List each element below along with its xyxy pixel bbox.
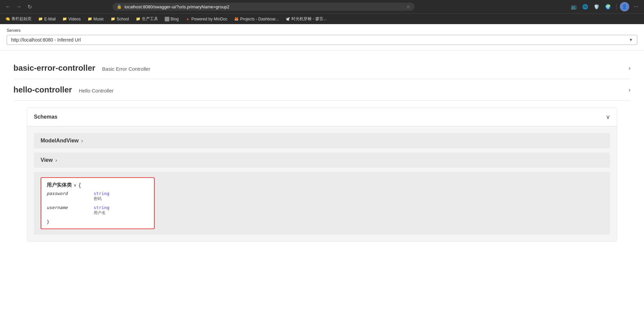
videos-folder-icon: 📁 — [62, 17, 67, 21]
controller-basic-error: basic-error-controller Basic Error Contr… — [13, 57, 631, 79]
browser-actions: 📺 🌐 🛡️ 🌍 👤 ⋯ — [569, 2, 641, 11]
bookmark-timespace-label: 时光机穿梭 - 廖言... — [291, 16, 327, 22]
bookmark-mindoc[interactable]: ● Powered by MinDoc — [183, 16, 230, 22]
address-text: localhost:8080/swagger-ui/?urls.primaryN… — [124, 4, 404, 9]
user-entity-chevron-icon: ∨ — [74, 183, 76, 188]
bookmarks-bar: 🍋 青柠起始页 📁 E-Mail 📁 Videos 📁 Music 📁 Scho… — [0, 13, 644, 24]
bookmark-qingju[interactable]: 🍋 青柠起始页 — [3, 15, 34, 23]
controller-basic-error-header[interactable]: basic-error-controller Basic Error Contr… — [13, 57, 631, 79]
schema-user-entity[interactable]: 用户实体类 ∨ { password string 密码 usernam — [34, 172, 610, 235]
field-username-name: username — [47, 205, 94, 210]
bookmark-email[interactable]: 📁 E-Mail — [36, 16, 58, 22]
timespace-icon: 🕊️ — [285, 17, 290, 21]
star-button[interactable]: ☆ — [406, 4, 411, 9]
schemas-title: Schemas — [34, 114, 57, 120]
extension-button-3[interactable]: 🛡️ — [592, 2, 601, 11]
bookmark-music[interactable]: 📁 Music — [85, 16, 107, 22]
schema-model-and-view-chevron: › — [82, 138, 83, 143]
bookmark-school[interactable]: 📁 School — [108, 16, 132, 22]
schema-view-name: View — [41, 157, 53, 163]
server-select-text: http://localhost:8080 - Inferred Url — [11, 37, 81, 43]
extension-button-1[interactable]: 📺 — [569, 2, 579, 11]
profile-avatar[interactable]: 👤 — [620, 2, 629, 11]
schema-model-and-view[interactable]: ModelAndView › — [34, 133, 610, 148]
projects-icon: 🦊 — [234, 17, 239, 21]
more-menu-button[interactable]: ⋯ — [631, 2, 641, 11]
bookmark-videos[interactable]: 📁 Videos — [60, 16, 83, 22]
schemas-body: ModelAndView › View › 用户实体类 — [27, 126, 617, 241]
nav-buttons: ← → ↻ — [3, 2, 34, 11]
school-folder-icon: 📁 — [111, 17, 115, 21]
user-entity-close-bracket: } — [47, 219, 149, 224]
schemas-header[interactable]: Schemas ∨ — [27, 108, 617, 126]
blog-icon — [165, 17, 169, 21]
user-entity-field-username: username string 用户名 — [47, 205, 149, 216]
user-entity-box: 用户实体类 ∨ { password string 密码 usernam — [41, 177, 155, 229]
bookmark-email-label: E-Mail — [44, 17, 56, 21]
schema-model-and-view-header: ModelAndView › — [41, 138, 603, 144]
user-entity-open-bracket: { — [78, 182, 81, 188]
schema-view-header: View › — [41, 157, 603, 163]
address-bar[interactable]: 🔒 localhost:8080/swagger-ui/?urls.primar… — [113, 3, 415, 11]
schemas-chevron-icon: ∨ — [606, 113, 610, 121]
server-chevron-icon: ▼ — [629, 38, 633, 42]
user-entity-title: 用户实体类 — [47, 182, 72, 188]
controller-basic-error-desc: Basic Error Controller — [102, 66, 150, 72]
bookmark-blog[interactable]: Blog — [162, 16, 181, 22]
user-entity-field-password: password string 密码 — [47, 191, 149, 202]
schema-view-chevron: › — [55, 157, 57, 163]
tools-folder-icon: 📁 — [136, 17, 141, 21]
user-entity-header: 用户实体类 ∨ { — [47, 182, 149, 188]
field-username-desc: 用户名 — [94, 210, 149, 216]
separator — [616, 3, 616, 10]
bookmark-projects-label: Projects - Dashboar... — [240, 17, 279, 21]
bookmark-blog-label: Blog — [171, 17, 179, 21]
bookmark-timespace[interactable]: 🕊️ 时光机穿梭 - 廖言... — [283, 15, 329, 23]
field-password-name: password — [47, 191, 94, 196]
extension-button-2[interactable]: 🌐 — [581, 2, 590, 11]
controller-hello-header[interactable]: hello-controller Hello Controller › — [13, 79, 631, 101]
refresh-button[interactable]: ↻ — [25, 2, 34, 11]
controller-hello: hello-controller Hello Controller › — [13, 79, 631, 101]
email-folder-icon: 📁 — [38, 17, 43, 21]
bookmark-tools-label: 生产工具 — [142, 16, 158, 22]
controller-basic-error-name: basic-error-controller — [13, 63, 95, 72]
field-password-desc: 密码 — [94, 196, 149, 202]
bookmark-music-label: Music — [94, 17, 104, 21]
field-username-type: string — [94, 205, 149, 210]
controllers-container: basic-error-controller Basic Error Contr… — [0, 51, 644, 255]
field-password-type: string — [94, 191, 149, 196]
controller-hello-name-group: hello-controller Hello Controller — [13, 85, 114, 94]
schemas-section: Schemas ∨ ModelAndView › View › — [27, 108, 617, 242]
mindoc-icon: ● — [185, 17, 190, 21]
qingju-icon: 🍋 — [5, 17, 10, 21]
servers-section: Servers http://localhost:8080 - Inferred… — [0, 24, 644, 51]
lock-icon: 🔒 — [117, 4, 122, 9]
controller-basic-error-chevron: › — [629, 65, 631, 72]
servers-label: Servers — [7, 28, 637, 33]
page-content: Servers http://localhost:8080 - Inferred… — [0, 24, 644, 255]
extension-button-4[interactable]: 🌍 — [603, 2, 613, 11]
schema-model-and-view-name: ModelAndView — [41, 138, 79, 144]
bookmark-qingju-label: 青柠起始页 — [11, 16, 32, 22]
controller-hello-chevron: › — [629, 86, 631, 93]
controller-hello-name: hello-controller — [13, 85, 72, 94]
controller-basic-error-name-group: basic-error-controller Basic Error Contr… — [13, 63, 150, 73]
bookmark-tools[interactable]: 📁 生产工具 — [133, 15, 161, 23]
bookmark-school-label: School — [117, 17, 129, 21]
bookmark-mindoc-label: Powered by MinDoc — [192, 17, 227, 21]
browser-chrome: ← → ↻ 🔒 localhost:8080/swagger-ui/?urls.… — [0, 0, 644, 13]
controller-hello-desc: Hello Controller — [79, 88, 113, 93]
schema-view[interactable]: View › — [34, 152, 610, 168]
forward-button[interactable]: → — [14, 2, 23, 11]
bookmark-projects[interactable]: 🦊 Projects - Dashboar... — [231, 16, 281, 22]
back-button[interactable]: ← — [3, 2, 13, 11]
music-folder-icon: 📁 — [88, 17, 92, 21]
server-select[interactable]: http://localhost:8080 - Inferred Url ▼ — [7, 35, 637, 45]
bookmark-videos-label: Videos — [68, 17, 80, 21]
